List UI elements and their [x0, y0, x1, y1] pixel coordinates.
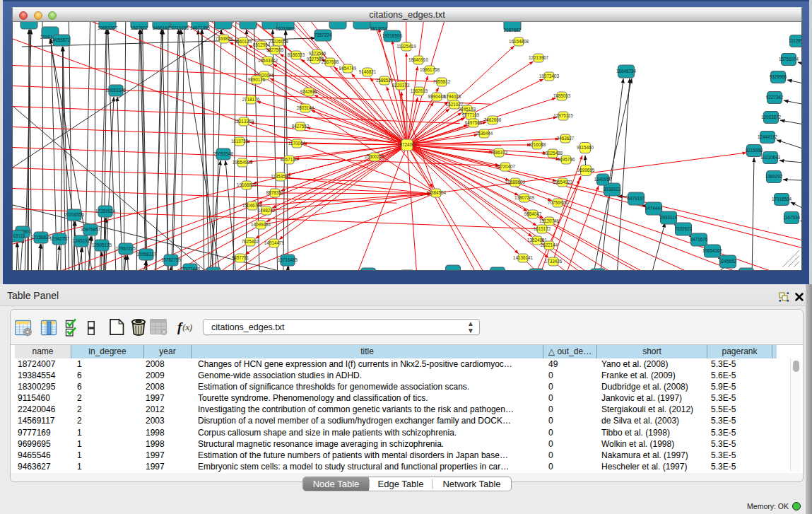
svg-text:10973403: 10973403	[539, 74, 560, 78]
svg-text:13807249: 13807249	[514, 195, 535, 200]
svg-text:6794028: 6794028	[444, 94, 461, 99]
svg-text:4055572: 4055572	[53, 37, 71, 42]
svg-text:12213967: 12213967	[529, 55, 549, 60]
svg-text:6479197: 6479197	[628, 196, 645, 201]
svg-text:10719155: 10719155	[169, 25, 189, 30]
svg-text:9457791: 9457791	[232, 255, 249, 260]
svg-text:18640910: 18640910	[408, 57, 429, 62]
svg-text:10653267: 10653267	[98, 25, 118, 30]
svg-text:15720407: 15720407	[495, 164, 516, 169]
svg-text:70756928: 70756928	[548, 200, 568, 205]
svg-text:8660124: 8660124	[235, 39, 252, 44]
svg-text:18724007: 18724007	[397, 142, 418, 147]
svg-text:7357224: 7357224	[314, 33, 332, 37]
svg-text:9890176: 9890176	[248, 77, 266, 82]
svg-text:20053346: 20053346	[106, 88, 126, 93]
svg-text:7485003: 7485003	[553, 93, 571, 98]
svg-text:15046768: 15046768	[242, 203, 263, 208]
svg-text:10025488: 10025488	[543, 151, 563, 156]
svg-text:14136141: 14136141	[513, 255, 534, 260]
svg-text:20053346: 20053346	[213, 151, 234, 156]
svg-text:17016504: 17016504	[772, 197, 792, 201]
svg-text:8186323: 8186323	[288, 52, 305, 57]
svg-text:16961758: 16961758	[420, 67, 440, 72]
svg-text:11325419: 11325419	[396, 44, 416, 49]
svg-text:7462666: 7462666	[484, 117, 502, 122]
svg-text:15751074: 15751074	[779, 57, 799, 62]
svg-text:9474444: 9474444	[645, 206, 663, 211]
svg-text:2087682: 2087682	[504, 28, 522, 33]
svg-text:12444192: 12444192	[758, 134, 778, 139]
svg-text:8938923: 8938923	[604, 187, 621, 192]
svg-text:9463627: 9463627	[557, 136, 575, 141]
svg-text:1621022: 1621022	[446, 102, 464, 107]
svg-text:1167534: 1167534	[783, 215, 801, 220]
svg-text:1362615: 1362615	[411, 88, 428, 93]
svg-text:10782759: 10782759	[161, 257, 182, 262]
svg-text:8267130: 8267130	[281, 157, 298, 162]
svg-text:9329966: 9329966	[770, 74, 787, 79]
svg-text:9777169: 9777169	[462, 112, 480, 117]
svg-text:7825402: 7825402	[242, 239, 259, 244]
svg-text:9242848: 9242848	[300, 89, 318, 94]
svg-text:9115460: 9115460	[577, 145, 594, 150]
svg-text:2803144: 2803144	[297, 105, 314, 110]
svg-text:9495796: 9495796	[558, 157, 575, 162]
svg-text:23226058: 23226058	[269, 39, 289, 44]
svg-text:12505135: 12505135	[92, 243, 112, 247]
svg-text:1369292: 1369292	[765, 174, 783, 179]
svg-text:10958117: 10958117	[136, 252, 156, 257]
svg-text:3915111: 3915111	[13, 233, 25, 238]
svg-text:15120746: 15120746	[539, 218, 560, 223]
svg-text:2536444: 2536444	[476, 131, 493, 136]
svg-text:2367608: 2367608	[322, 59, 339, 64]
svg-text:2522144: 2522144	[541, 243, 558, 247]
svg-text:12975115: 12975115	[553, 113, 573, 118]
svg-text:1615172: 1615172	[534, 226, 551, 231]
svg-text:19654985: 19654985	[233, 160, 253, 165]
svg-text:10654162: 10654162	[702, 248, 723, 253]
svg-text:1610755: 1610755	[231, 139, 249, 144]
svg-text:7955812: 7955812	[433, 79, 451, 84]
svg-text:12923448: 12923448	[180, 267, 201, 270]
svg-text:20206556: 20206556	[64, 212, 85, 217]
svg-text:17957225: 17957225	[116, 246, 136, 251]
svg-text:1245192: 1245192	[73, 238, 90, 243]
svg-text:16648784: 16648784	[616, 69, 637, 74]
svg-text:16033809: 16033809	[276, 26, 296, 31]
svg-text:1640957: 1640957	[594, 177, 612, 182]
svg-text:17359924: 17359924	[95, 209, 116, 214]
svg-text:8454749: 8454749	[339, 66, 357, 71]
svg-text:6466160: 6466160	[153, 25, 170, 30]
svg-text:11353594: 11353594	[271, 174, 290, 179]
svg-text:12213369: 12213369	[234, 119, 254, 124]
svg-text:12093872: 12093872	[761, 115, 782, 119]
svg-text:8427552: 8427552	[292, 124, 310, 129]
svg-text:1498242: 1498242	[258, 208, 276, 213]
svg-text:8215958: 8215958	[746, 148, 763, 153]
svg-text:8220373: 8220373	[392, 83, 410, 88]
svg-text:12342757: 12342757	[49, 236, 70, 241]
svg-text:13524851: 13524851	[527, 238, 548, 243]
svg-text:25300275: 25300275	[365, 154, 385, 159]
svg-text:7632621: 7632621	[675, 226, 693, 231]
svg-text:19654923: 19654923	[553, 180, 573, 185]
svg-text:30975857: 30975857	[81, 227, 101, 232]
svg-text:6216088: 6216088	[529, 142, 546, 147]
svg-text:16154808: 16154808	[509, 39, 529, 44]
svg-text:14914479: 14914479	[264, 240, 285, 245]
svg-text:2933114: 2933114	[660, 215, 678, 220]
svg-text:1588520: 1588520	[376, 78, 394, 83]
svg-text:1112891: 1112891	[789, 38, 802, 43]
svg-text:9884047: 9884047	[524, 211, 542, 216]
svg-text:14671355: 14671355	[190, 25, 211, 30]
svg-text:7163822: 7163822	[216, 36, 233, 41]
svg-text:12156829: 12156829	[31, 235, 52, 240]
svg-text:1733426: 1733426	[545, 259, 563, 264]
svg-text:9146821: 9146821	[359, 69, 377, 74]
svg-text:1527602: 1527602	[131, 25, 148, 30]
svg-text:9227342: 9227342	[766, 95, 784, 100]
svg-text:13716485: 13716485	[278, 257, 298, 262]
svg-text:6497568: 6497568	[465, 120, 483, 125]
svg-text:2718176: 2718176	[242, 97, 260, 102]
